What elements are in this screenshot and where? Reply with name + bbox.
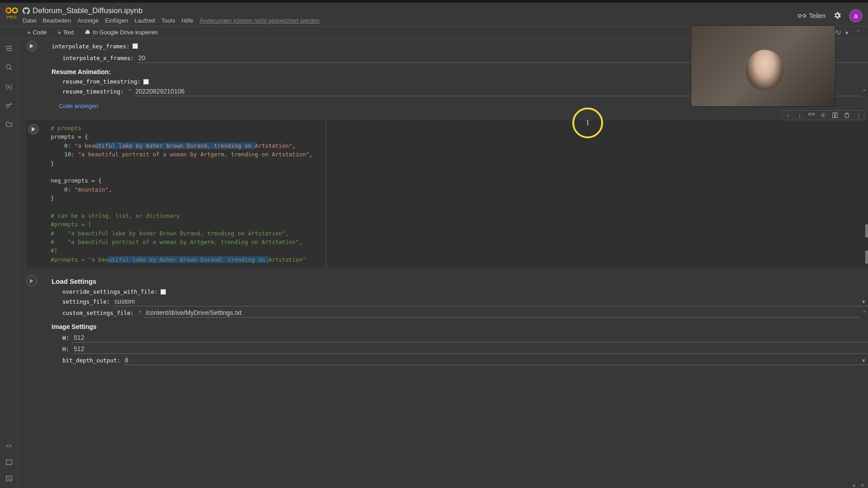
run-code-cell-button[interactable]	[28, 124, 39, 135]
sidebar: {x} <>	[0, 39, 18, 488]
quote-close: "	[861, 88, 868, 95]
code-snippets-icon[interactable]: <>	[5, 442, 13, 450]
variables-icon[interactable]: {x}	[5, 82, 13, 90]
link-icon	[798, 13, 806, 19]
svg-rect-6	[6, 476, 12, 481]
code-cell: ↑ ↓ ⋮ # prompts prompts = { 0: "a beauti…	[26, 120, 868, 267]
cell-settings-icon[interactable]	[820, 112, 827, 119]
cell-more-icon[interactable]: ⋮	[855, 112, 862, 119]
avatar[interactable]: a	[849, 9, 863, 23]
svg-rect-9	[835, 113, 838, 118]
status-dot	[853, 484, 855, 487]
drive-icon	[85, 29, 91, 36]
copy-to-drive-label: In Google Drive kopieren	[93, 29, 158, 36]
command-palette-icon[interactable]	[5, 458, 13, 466]
share-label: Teilen	[809, 12, 826, 19]
scrollbar-thumb[interactable]	[865, 224, 868, 238]
share-button[interactable]: Teilen	[798, 12, 826, 19]
settings-button[interactable]	[833, 11, 842, 21]
close-icon[interactable]: ✕	[860, 483, 864, 488]
code-editor[interactable]: # prompts prompts = { 0: "a beautiful la…	[46, 120, 326, 267]
save-warning[interactable]: Änderungen können nicht gespeichert werd…	[199, 17, 319, 24]
bit-depth-dropdown[interactable]: 8 ▾	[123, 356, 868, 365]
w-input[interactable]	[72, 333, 868, 343]
interpolate-key-frames-checkbox[interactable]	[132, 43, 138, 49]
collapse-header[interactable]: ˆ	[857, 29, 864, 36]
run-load-settings-button[interactable]	[26, 276, 37, 286]
scrollbar-thumb[interactable]	[865, 250, 868, 264]
quote-open: "	[126, 88, 133, 95]
bit-depth-value: 8	[123, 356, 859, 365]
custom-settings-file-label: custom_settings_file:	[62, 310, 134, 316]
w-label: W:	[62, 334, 69, 341]
svg-point-4	[6, 104, 9, 108]
h-input[interactable]	[72, 344, 868, 354]
runtime-dropdown[interactable]: ▾	[845, 29, 853, 36]
custom-settings-file-input[interactable]	[144, 308, 861, 318]
menu-anzeige[interactable]: Anzeige	[77, 17, 99, 24]
menu-datei[interactable]: Datei	[23, 17, 36, 24]
colab-logo[interactable]: PRO	[5, 6, 18, 19]
svg-point-7	[822, 114, 824, 116]
gear-icon	[833, 11, 842, 20]
interpolate-x-frames-label: interpolate_x_frames:	[62, 55, 134, 61]
menu-laufzeit[interactable]: Laufzeit	[135, 17, 156, 24]
github-icon	[23, 7, 30, 14]
interpolate-key-frames-label: interpolate_key_frames:	[52, 43, 130, 50]
menu-hilfe[interactable]: Hilfe	[181, 17, 193, 24]
pro-badge: PRO	[7, 15, 17, 19]
secrets-icon[interactable]	[5, 101, 13, 109]
cell-link-icon[interactable]	[808, 112, 815, 119]
svg-rect-5	[6, 460, 12, 465]
quote-close: "	[861, 310, 868, 316]
resume-timestring-label: resume_timestring:	[62, 88, 123, 95]
add-code-label: Code	[33, 29, 47, 36]
settings-file-dropdown[interactable]: custom ▾	[113, 297, 868, 306]
terminal-icon[interactable]	[5, 474, 13, 483]
bit-depth-label: bit_depth_output:	[62, 357, 120, 364]
delete-cell-icon[interactable]	[843, 112, 850, 119]
settings-file-value: custom	[113, 297, 859, 306]
toc-icon[interactable]	[5, 44, 13, 52]
move-up-icon[interactable]: ↑	[784, 112, 792, 119]
chevron-down-icon: ▾	[859, 357, 868, 364]
chevron-down-icon: ▾	[859, 298, 868, 305]
quote-open: "	[137, 310, 144, 316]
resume-from-timestring-label: resume_from_timestring:	[62, 78, 141, 85]
run-cell-button[interactable]	[26, 41, 37, 52]
files-icon[interactable]	[5, 120, 13, 128]
header-bar: PRO Deforum_Stable_Diffusion.ipynb Datei…	[0, 3, 868, 26]
override-settings-checkbox[interactable]	[160, 289, 166, 295]
add-code-button[interactable]: +Code	[24, 28, 50, 37]
override-settings-label: override_settings_with_file:	[62, 288, 158, 295]
settings-file-label: settings_file:	[62, 298, 110, 305]
notebook-title[interactable]: Deforum_Stable_Diffusion.ipynb	[33, 6, 143, 15]
move-down-icon[interactable]: ↓	[796, 112, 803, 119]
menu-tools[interactable]: Tools	[161, 17, 175, 24]
cell-toolbar: ↑ ↓ ⋮	[782, 110, 864, 120]
menu-bearbeiten[interactable]: Bearbeiten	[42, 17, 71, 24]
svg-point-1	[13, 8, 18, 13]
h-label: H:	[62, 346, 69, 352]
menu-bar: Datei Bearbeiten Anzeige Einfügen Laufze…	[23, 17, 798, 24]
load-settings-header: Load Settings	[52, 277, 96, 285]
show-code-link[interactable]: Code anzeigen	[59, 103, 98, 109]
svg-rect-8	[833, 113, 835, 118]
webcam-overlay	[691, 25, 835, 107]
mirror-cell-icon[interactable]	[831, 112, 839, 119]
footer-bar: ✕	[18, 483, 868, 488]
search-icon[interactable]	[5, 63, 13, 71]
copy-to-drive-button[interactable]: In Google Drive kopieren	[81, 28, 161, 37]
add-text-button[interactable]: +Text	[54, 28, 77, 37]
menu-einfuegen[interactable]: Einfügen	[105, 17, 128, 24]
add-text-label: Text	[63, 29, 74, 36]
svg-point-3	[6, 65, 10, 69]
resume-from-timestring-checkbox[interactable]	[143, 79, 149, 84]
image-settings-header: Image Settings	[52, 323, 868, 330]
